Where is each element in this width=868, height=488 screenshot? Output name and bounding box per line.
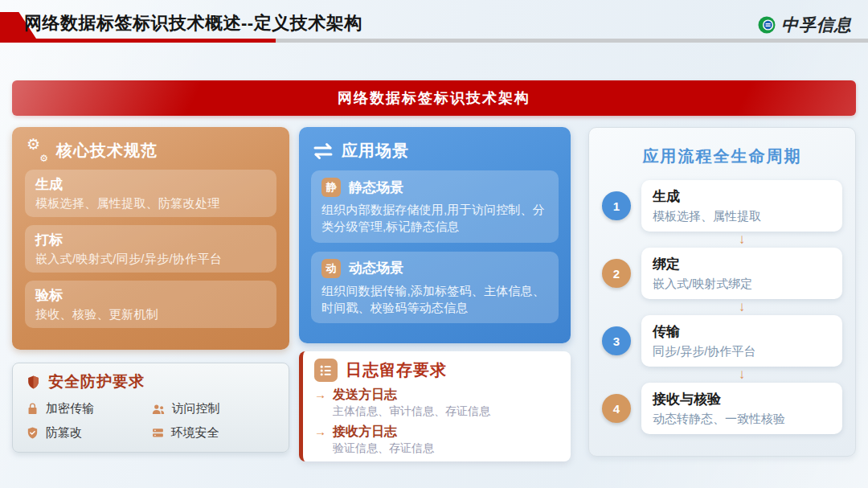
- step-number-badge: 1: [602, 191, 631, 220]
- header: 网络数据标签标识技术概述--定义技术架构 中孚信息: [0, 0, 868, 47]
- step-number-badge: 2: [602, 259, 631, 288]
- page-title: 网络数据标签标识技术概述--定义技术架构: [24, 11, 362, 35]
- scenario-desc: 组织间数据传输,添加标签码、主体信息、时间戳、校验码等动态信息: [321, 282, 548, 317]
- left-column: ⚙ ⚙ 核心技术规范 生成 模板选择、属性提取、防篡改处理 打标 嵌入式/映射式…: [12, 127, 289, 453]
- log-item-desc: 验证信息、存证信息: [333, 441, 559, 456]
- step-card: 生成 模板选择、属性提取: [641, 180, 842, 232]
- lifecycle-panel: 应用流程全生命周期 1 生成 模板选择、属性提取 ↓ 2 绑定 嵌入式/映射式绑…: [588, 127, 856, 457]
- logo: 中孚信息: [757, 14, 852, 36]
- step-title: 传输: [653, 322, 831, 341]
- log-item-sender: → 发送方日志 主体信息、审计信息、存证信息: [314, 387, 559, 419]
- scenarios-panel: 应用场景 静 静态场景 组织内部数据存储使用,用于访问控制、分类分级管理,标记静…: [299, 127, 571, 343]
- down-arrow-icon: ↓: [641, 301, 842, 314]
- static-badge: 静: [321, 178, 341, 197]
- step-card: 接收与核验 动态转静态、一致性核验: [641, 383, 842, 434]
- step-card: 传输 同步/异步/协作平台: [641, 315, 842, 367]
- security-item-access: 访问控制: [151, 401, 276, 416]
- shield-icon: [26, 375, 41, 390]
- step-title: 生成: [653, 187, 831, 206]
- users-icon: [151, 402, 166, 416]
- logs-panel: 日志留存要求 → 发送方日志 主体信息、审计信息、存证信息 → 接收方日志 验证…: [299, 351, 571, 461]
- security-item-label: 防篡改: [46, 425, 82, 441]
- spec-card-title: 生成: [35, 175, 266, 194]
- step-title: 绑定: [653, 255, 831, 273]
- spec-card-title: 打标: [35, 231, 266, 249]
- security-item-environment: 环境安全: [151, 425, 276, 441]
- log-item-title: 接收方日志: [333, 424, 397, 441]
- spec-card-title: 验标: [35, 286, 266, 305]
- spec-card-desc: 接收、核验、更新机制: [35, 307, 266, 322]
- logo-icon: [757, 15, 776, 35]
- core-specs-title: 核心技术规范: [56, 140, 158, 162]
- step-card: 绑定 嵌入式/映射式绑定: [641, 248, 842, 299]
- slide: 网络数据标签标识技术概述--定义技术架构 中孚信息 网络数据标签标识技术架构: [0, 0, 868, 488]
- scenario-title-row: 动 动态场景: [321, 259, 548, 278]
- gear-small-glyph: ⚙: [39, 153, 48, 164]
- banner-title: 网络数据标签标识技术架构: [338, 88, 530, 108]
- core-specs-header: ⚙ ⚙ 核心技术规范: [27, 140, 275, 162]
- lifecycle-step-3: 3 传输 同步/异步/协作平台: [602, 315, 842, 367]
- logs-header: 日志留存要求: [314, 359, 559, 382]
- spec-card-desc: 模板选择、属性提取、防篡改处理: [35, 196, 266, 211]
- scenarios-title: 应用场景: [342, 140, 409, 162]
- security-title: 安全防护要求: [48, 371, 145, 392]
- header-divider: [0, 39, 868, 43]
- server-icon: [151, 426, 165, 440]
- divider-red-segment: [0, 39, 276, 43]
- security-item-label: 访问控制: [172, 401, 220, 416]
- middle-column: 应用场景 静 静态场景 组织内部数据存储使用,用于访问控制、分类分级管理,标记静…: [299, 127, 571, 461]
- down-arrow-icon: ↓: [641, 368, 842, 381]
- right-arrow-icon: →: [314, 388, 326, 401]
- gears-icon: ⚙ ⚙: [27, 140, 48, 162]
- spec-card-verify: 验标 接收、核验、更新机制: [25, 281, 276, 328]
- lock-icon: [26, 402, 39, 416]
- lifecycle-step-2: 2 绑定 嵌入式/映射式绑定: [602, 248, 842, 299]
- down-arrow-icon: ↓: [641, 233, 842, 246]
- lifecycle-title: 应用流程全生命周期: [602, 146, 842, 167]
- step-desc: 动态转静态、一致性核验: [653, 412, 831, 427]
- security-item-encryption: 加密传输: [26, 401, 151, 416]
- log-item-desc: 主体信息、审计信息、存证信息: [333, 404, 559, 419]
- log-item-title: 发送方日志: [333, 387, 397, 404]
- right-column: 应用流程全生命周期 1 生成 模板选择、属性提取 ↓ 2 绑定 嵌入式/映射式绑…: [588, 127, 856, 457]
- step-title: 接收与核验: [653, 390, 831, 408]
- spec-card-desc: 嵌入式/映射式/同步/异步/协作平台: [35, 252, 266, 267]
- divider-gray-segment: [276, 39, 868, 43]
- shield-check-icon: [26, 426, 39, 440]
- log-item-line: → 接收方日志: [314, 424, 559, 441]
- core-specs-panel: ⚙ ⚙ 核心技术规范 生成 模板选择、属性提取、防篡改处理 打标 嵌入式/映射式…: [12, 127, 289, 350]
- logo-text: 中孚信息: [781, 14, 852, 36]
- step-number-badge: 4: [602, 394, 631, 423]
- gear-big-glyph: ⚙: [27, 135, 40, 154]
- right-arrow-icon: →: [314, 424, 326, 438]
- step-desc: 同步/异步/协作平台: [653, 344, 831, 359]
- step-desc: 嵌入式/映射式绑定: [653, 277, 831, 292]
- scenario-title: 动态场景: [349, 259, 403, 277]
- security-item-tamperproof: 防篡改: [26, 425, 151, 441]
- scenario-card-static: 静 静态场景 组织内部数据存储使用,用于访问控制、分类分级管理,标记静态信息: [311, 170, 559, 243]
- step-number-badge: 3: [602, 326, 631, 355]
- log-item-line: → 发送方日志: [314, 387, 559, 404]
- spec-card-mark: 打标 嵌入式/映射式/同步/异步/协作平台: [25, 225, 276, 273]
- scenario-card-dynamic: 动 动态场景 组织间数据传输,添加标签码、主体信息、时间戳、校验码等动态信息: [311, 252, 559, 324]
- spec-card-generate: 生成 模板选择、属性提取、防篡改处理: [25, 170, 276, 217]
- swap-arrows-icon: [313, 142, 334, 160]
- security-header: 安全防护要求: [26, 371, 276, 392]
- security-item-label: 环境安全: [171, 425, 219, 441]
- security-grid: 加密传输 访问控制: [26, 401, 276, 441]
- lifecycle-step-4: 4 接收与核验 动态转静态、一致性核验: [602, 383, 842, 434]
- dynamic-badge: 动: [321, 259, 341, 278]
- log-item-receiver: → 接收方日志 验证信息、存证信息: [314, 424, 559, 456]
- logs-title: 日志留存要求: [346, 359, 447, 381]
- scenario-title: 静态场景: [349, 178, 403, 197]
- scenario-title-row: 静 静态场景: [321, 178, 548, 197]
- step-desc: 模板选择、属性提取: [653, 209, 831, 224]
- security-panel: 安全防护要求 加密传输: [12, 363, 289, 453]
- section-banner: 网络数据标签标识技术架构: [12, 80, 856, 116]
- security-item-label: 加密传输: [46, 401, 94, 416]
- scenario-desc: 组织内部数据存储使用,用于访问控制、分类分级管理,标记静态信息: [321, 201, 548, 236]
- content-columns: ⚙ ⚙ 核心技术规范 生成 模板选择、属性提取、防篡改处理 打标 嵌入式/映射式…: [12, 127, 856, 461]
- clipboard-list-icon: [314, 359, 338, 382]
- lifecycle-step-1: 1 生成 模板选择、属性提取: [602, 180, 842, 232]
- scenarios-header: 应用场景: [313, 140, 557, 162]
